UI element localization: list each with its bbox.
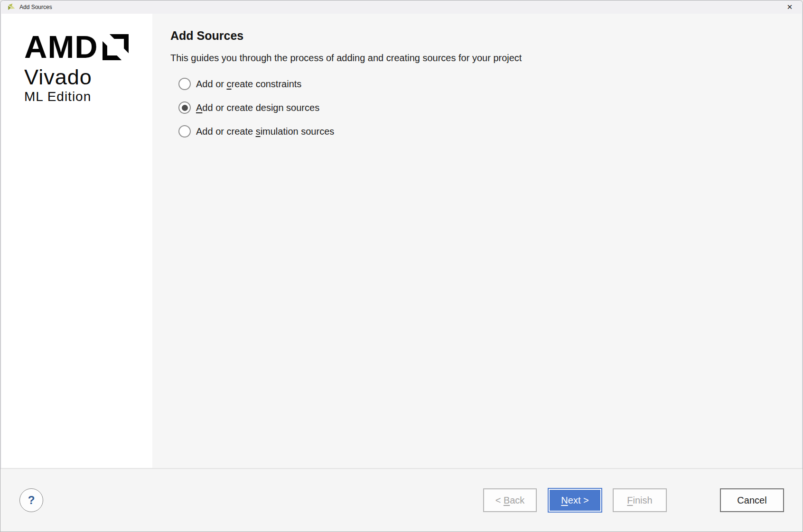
finish-button[interactable]: Finish xyxy=(613,488,667,512)
next-button[interactable]: Next > xyxy=(548,488,602,513)
radio-label-design-sources[interactable]: Add or create design sources xyxy=(196,102,319,113)
label-pre: Add or xyxy=(196,79,226,89)
radio-option-simulation-sources[interactable]: Add or create simulation sources xyxy=(178,125,783,138)
page-description: This guides you through the process of a… xyxy=(170,53,783,64)
branding-sidebar: AMD Vivado ML Edition xyxy=(1,14,152,468)
window-title: Add Sources xyxy=(19,4,52,10)
amd-wordmark: AMD xyxy=(24,34,98,60)
label-post: reate constraints xyxy=(231,79,301,89)
radio-option-design-sources[interactable]: Add or create design sources xyxy=(178,101,783,114)
label-text: Cancel xyxy=(737,495,766,505)
close-button[interactable]: ✕ xyxy=(782,1,798,13)
radio-2[interactable] xyxy=(178,125,191,138)
radio-dot xyxy=(182,128,188,135)
radio-dot xyxy=(182,81,188,87)
titlebar: Add Sources ✕ xyxy=(0,0,803,14)
help-button[interactable]: ? xyxy=(19,488,43,512)
cancel-button[interactable]: Cancel xyxy=(720,488,784,512)
label-post: ext > xyxy=(568,495,589,505)
radio-option-constraints[interactable]: Add or create constraints xyxy=(178,78,783,90)
dialog-body: AMD Vivado ML Edition Add Sources This g… xyxy=(0,14,803,468)
label-mnemonic: s xyxy=(256,126,261,137)
edition-label: ML Edition xyxy=(24,90,152,104)
radio-label-simulation-sources[interactable]: Add or create simulation sources xyxy=(196,126,334,137)
vivado-logo-icon xyxy=(7,3,16,11)
main-content: Add Sources This guides you through the … xyxy=(152,14,802,468)
label-post: dd or create design sources xyxy=(202,102,319,113)
label-post: imulation sources xyxy=(261,126,335,137)
label-mnemonic: B xyxy=(504,495,510,505)
label-mnemonic: A xyxy=(196,102,202,113)
wizard-footer: ? < Back Next > Finish Cancel xyxy=(0,468,803,532)
amd-arrow-icon xyxy=(103,34,129,60)
label-mnemonic: N xyxy=(561,495,568,505)
vivado-wordmark: Vivado xyxy=(24,66,152,89)
radio-0[interactable] xyxy=(178,78,191,90)
page-title: Add Sources xyxy=(170,29,783,43)
label-post: inish xyxy=(633,495,653,505)
radio-1[interactable] xyxy=(178,101,191,114)
radio-label-constraints[interactable]: Add or create constraints xyxy=(196,79,301,90)
add-sources-dialog: Add Sources ✕ AMD Vivado ML Edition Add … xyxy=(0,0,803,532)
source-type-options: Add or create constraints Add or create … xyxy=(178,78,783,138)
label-pre: Add or create xyxy=(196,126,256,137)
label-mnemonic: c xyxy=(226,79,231,89)
back-button[interactable]: < Back xyxy=(483,488,537,512)
label-mnemonic: F xyxy=(627,495,633,505)
radio-dot xyxy=(182,105,188,111)
close-icon: ✕ xyxy=(787,3,793,11)
label-post: ack xyxy=(510,495,524,505)
amd-logo: AMD xyxy=(24,34,152,60)
question-mark-icon: ? xyxy=(28,494,35,507)
label-pre: < xyxy=(495,495,504,505)
